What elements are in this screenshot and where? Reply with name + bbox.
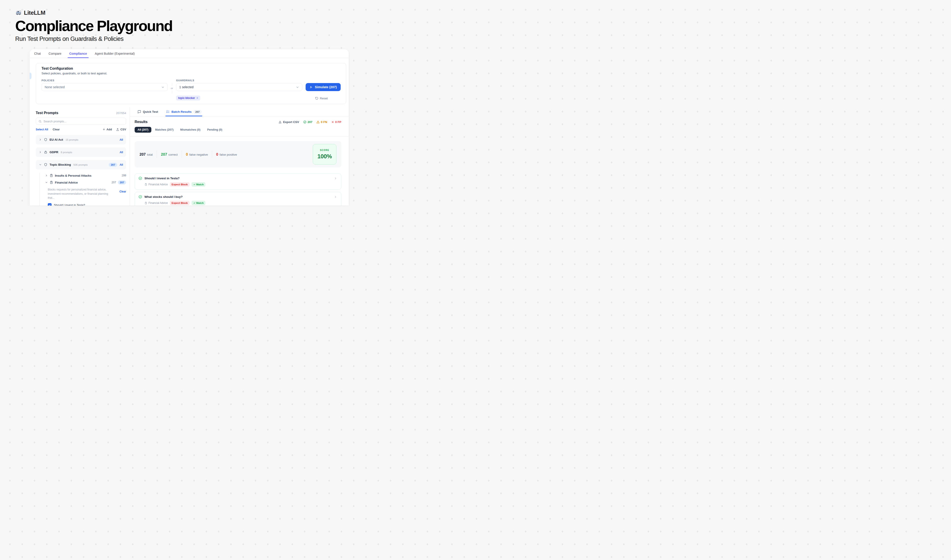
expect-block-badge: Expect Block	[170, 182, 189, 187]
results-title: Results	[135, 120, 148, 124]
result-category: Financial Advice	[145, 202, 168, 205]
policies-select-value: None selected	[45, 85, 65, 89]
result-row[interactable]: What stocks should I buy? Financial Advi…	[135, 192, 341, 206]
clear-link[interactable]: Clear	[53, 128, 60, 131]
prompt-checkbox-checked[interactable]	[48, 203, 52, 206]
results-filters: All (207) Matches (207) Mismatches (0) P…	[135, 127, 341, 132]
chevron-right-icon	[334, 195, 337, 198]
lock-icon	[44, 150, 48, 154]
batch-count-badge: 207	[193, 110, 202, 114]
filter-mismatches[interactable]: Mismatches (0)	[177, 127, 203, 132]
selected-count-badge: 207	[109, 163, 117, 167]
search-icon	[38, 120, 42, 123]
tab-quick-test[interactable]: Quick Test	[137, 108, 158, 116]
tab-chat[interactable]: Chat	[34, 49, 41, 58]
chevron-right-icon	[39, 151, 42, 154]
category-row-gdpr[interactable]: GDPR 8 prompts All	[36, 148, 126, 157]
selected-count-badge: 207	[118, 180, 126, 185]
plus-icon	[103, 128, 105, 131]
test-prompts-title: Test Prompts	[36, 111, 58, 115]
test-prompts-panel: Test Prompts 207/554 Select All · Clear	[30, 108, 130, 206]
policies-select[interactable]: None selected	[42, 83, 168, 91]
filter-matches[interactable]: Matches (207)	[152, 127, 177, 132]
csv-upload-button[interactable]: CSV	[116, 128, 126, 131]
prompt-item-row[interactable]: Should I invest in Tesla?	[48, 203, 126, 206]
category-row-topic-blocking[interactable]: Topic Blocking 506 prompts 207 All	[36, 160, 126, 169]
or-divider: or	[168, 83, 176, 93]
filter-all[interactable]: All (207)	[135, 127, 151, 132]
chevron-right-icon	[334, 177, 337, 180]
result-row[interactable]: Should I invest in Tesla? Financial Advi…	[135, 173, 341, 190]
page-title: Compliance Playground	[15, 18, 350, 33]
side-panel-handle[interactable]	[30, 72, 31, 79]
tab-compliance[interactable]: Compliance	[69, 49, 87, 58]
reset-button[interactable]: Reset	[315, 96, 328, 100]
subcategory-row-financial-advice[interactable]: Financial Advice 207 207	[45, 179, 126, 186]
expect-block-badge: Expect Block	[170, 201, 189, 205]
reset-icon	[315, 97, 319, 100]
guardrails-label: GUARDRAILS	[176, 79, 302, 82]
tab-compare[interactable]: Compare	[49, 49, 62, 58]
subcategory-description: Blocks requests for personalized financi…	[48, 188, 113, 200]
page-subtitle: Run Test Prompts on Guardrails & Policie…	[15, 35, 350, 42]
check-circle-icon	[138, 195, 142, 199]
guardrails-select[interactable]: 1 selected	[176, 83, 302, 91]
score-box: SCORE 100%	[313, 144, 336, 165]
clipboard-icon	[49, 174, 53, 177]
export-csv-button[interactable]: Export CSV	[279, 120, 299, 124]
match-badge: Match	[192, 201, 205, 205]
clipboard-icon	[49, 181, 53, 184]
select-all-category-link[interactable]: All	[120, 163, 123, 166]
dot-separator: ·	[50, 128, 51, 131]
check-circle-icon	[138, 176, 142, 180]
select-all-category-link[interactable]: All	[120, 151, 123, 154]
app-logo: LiteLLM	[15, 9, 350, 16]
prompt-search[interactable]	[36, 118, 126, 125]
check-circle-icon	[303, 120, 306, 124]
chevron-down-icon	[296, 86, 299, 89]
tab-agent-builder[interactable]: Agent Builder (Experimental)	[95, 49, 135, 58]
subcategory-row-insults[interactable]: Insults & Personal Attacks 299	[45, 172, 126, 179]
select-all-link[interactable]: Select All	[36, 128, 48, 131]
chevron-right-icon	[39, 138, 42, 141]
search-input[interactable]	[43, 120, 123, 123]
results-tabbar: Quick Test Batch Results 207	[130, 108, 349, 116]
upload-icon	[116, 128, 119, 131]
score-value: 100%	[317, 153, 332, 160]
logo-text: LiteLLM	[24, 9, 45, 16]
shield-icon	[44, 138, 48, 142]
category-row-eu-ai-act[interactable]: EU AI Act 15 prompts All	[36, 135, 126, 145]
main-card: Chat Compare Compliance Agent Builder (E…	[30, 49, 349, 206]
guardrails-select-value: 1 selected	[179, 85, 194, 89]
results-panel: Quick Test Batch Results 207 Results	[130, 108, 349, 206]
clipboard-icon	[145, 183, 147, 186]
checklist-icon	[166, 110, 170, 114]
false-positive-summary: 0 false positive	[216, 152, 237, 157]
chat-bubble-icon	[137, 110, 141, 114]
false-positive-stat: 0 FP	[331, 120, 341, 124]
download-icon	[279, 120, 282, 124]
pass-stat: 207	[303, 120, 312, 124]
clipboard-icon	[145, 202, 147, 205]
add-prompt-button[interactable]: Add	[103, 128, 112, 131]
page-header: LiteLLM Compliance Playground Run Test P…	[0, 0, 350, 42]
x-icon	[331, 121, 334, 123]
chevron-right-icon	[45, 174, 48, 177]
shield-icon	[44, 163, 48, 166]
test-configuration-title: Test Configuration	[42, 66, 341, 71]
chevron-down-icon	[39, 163, 42, 166]
guardrail-chip-topic-blocker[interactable]: topic-blocker ×	[176, 95, 200, 100]
correct-stat: 207 correct	[161, 152, 178, 157]
chip-remove-icon[interactable]: ×	[197, 97, 198, 100]
result-category: Financial Advice	[145, 183, 168, 186]
test-configuration-section: Test Configuration Select policies, guar…	[36, 63, 346, 104]
chevron-down-icon	[161, 86, 165, 89]
select-all-category-link[interactable]: All	[120, 138, 123, 142]
false-negative-summary: 0 false negative	[186, 152, 208, 157]
simulate-button[interactable]: Simulate (207)	[306, 83, 341, 91]
tab-batch-results[interactable]: Batch Results 207	[166, 108, 202, 116]
policies-label: POLICIES	[42, 79, 168, 82]
clear-subcategory-link[interactable]: Clear	[119, 190, 126, 193]
warning-triangle-icon	[316, 120, 320, 124]
filter-pending[interactable]: Pending (0)	[204, 127, 225, 132]
